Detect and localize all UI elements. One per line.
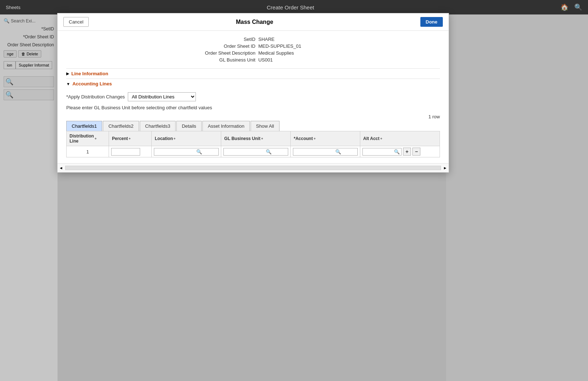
apply-dist-label: *Apply Distribution Changes <box>66 94 125 100</box>
warning-message: Please enter GL Business Unit before sel… <box>66 105 440 110</box>
apply-distribution-row: *Apply Distribution Changes All Distribu… <box>66 92 440 101</box>
cell-percent <box>109 146 152 157</box>
alt-acct-cell-wrap: 🔍 + − <box>362 148 437 156</box>
col-dist-line: DistributionLine ⋄ <box>67 131 109 146</box>
distribution-table: DistributionLine ⋄ Percent ⋄ Location <box>66 131 440 157</box>
modal-body: SetID SHARE Order Sheet ID MED-SUPPLIES_… <box>58 31 449 163</box>
table-header-row: DistributionLine ⋄ Percent ⋄ Location <box>67 131 440 146</box>
location-input[interactable] <box>156 149 196 154</box>
cell-alt-acct: 🔍 + − <box>360 146 440 157</box>
table-header: DistributionLine ⋄ Percent ⋄ Location <box>67 131 440 146</box>
gl-sort-icon[interactable]: ⋄ <box>261 137 263 140</box>
order-sheet-id-value: MED-SUPPLIES_01 <box>258 43 301 49</box>
tab-show-all[interactable]: Show All <box>251 121 280 131</box>
gl-business-unit-label: GL Business Unit <box>205 57 255 63</box>
col-alt-acct-label: Alt Acct <box>363 136 379 141</box>
col-alt-acct: Alt Acct ⋄ <box>360 131 440 146</box>
accounting-lines-title: Accounting Lines <box>72 81 112 86</box>
alt-acct-input-wrap: 🔍 <box>362 148 402 156</box>
account-input-wrap: 🔍 <box>293 148 358 156</box>
location-sort-icon[interactable]: ⋄ <box>173 137 176 140</box>
tab-details[interactable]: Details <box>176 121 202 131</box>
line-info-section-header[interactable]: ▶ Line Information <box>66 68 440 79</box>
tab-asset-information[interactable]: Asset Information <box>202 121 250 131</box>
cell-location: 🔍 <box>152 146 221 157</box>
col-gl-business-unit: GL Business Unit ⋄ <box>221 131 291 146</box>
setid-value: SHARE <box>258 37 301 42</box>
col-location: Location ⋄ <box>152 131 221 146</box>
alt-acct-search-btn[interactable]: 🔍 <box>394 149 400 154</box>
tab-chartfields3[interactable]: Chartfields3 <box>140 121 176 131</box>
col-dist-line-label: DistributionLine <box>70 134 94 144</box>
order-sheet-desc-label: Order Sheet Description <box>205 50 255 56</box>
alt-acct-sort-icon[interactable]: ⋄ <box>380 137 382 140</box>
remove-row-button[interactable]: − <box>412 148 420 156</box>
table-row: 1 🔍 🔍 <box>67 146 440 157</box>
info-grid: SetID SHARE Order Sheet ID MED-SUPPLIES_… <box>66 37 440 63</box>
tab-chartfields1[interactable]: Chartfields1 <box>66 121 102 131</box>
tabs-container: Chartfields1 Chartfields2 Chartfields3 D… <box>66 121 440 131</box>
order-sheet-id-label: Order Sheet ID <box>205 43 255 49</box>
col-location-label: Location <box>155 136 173 141</box>
col-gl-label: GL Business Unit <box>224 136 260 141</box>
line-info-arrow-icon: ▶ <box>66 71 69 76</box>
accounting-lines-arrow-icon: ▼ <box>66 82 70 86</box>
percent-sort-icon[interactable]: ⋄ <box>129 137 131 140</box>
order-sheet-desc-value: Medical Supplies <box>258 50 301 56</box>
apply-dist-select[interactable]: All Distribution Lines Selected Distribu… <box>128 92 196 101</box>
cell-gl-unit: 🔍 <box>221 146 291 157</box>
col-percent: Percent ⋄ <box>109 131 152 146</box>
row-count-bar: 1 row <box>66 114 440 119</box>
add-row-button[interactable]: + <box>403 148 411 156</box>
scroll-left-btn[interactable]: ◄ <box>58 165 64 171</box>
alt-acct-input[interactable] <box>364 149 393 154</box>
cell-dist-line: 1 <box>67 146 109 157</box>
accounting-lines-section-header[interactable]: ▼ Accounting Lines <box>66 79 440 89</box>
done-button[interactable]: Done <box>420 17 443 27</box>
gl-business-unit-value: US001 <box>258 57 301 63</box>
line-info-title: Line Information <box>71 71 108 76</box>
mass-change-modal: Cancel Mass Change Done SetID SHARE Orde… <box>57 13 449 173</box>
percent-input[interactable] <box>111 148 140 156</box>
dist-line-sort-icon[interactable]: ⋄ <box>94 137 97 140</box>
col-account: *Account ⋄ <box>291 131 360 146</box>
cell-account: 🔍 <box>291 146 360 157</box>
modal-header: Cancel Mass Change Done <box>58 13 449 31</box>
gl-search-btn[interactable]: 🔍 <box>266 149 272 154</box>
modal-footer: ◄ ► <box>58 163 449 172</box>
location-input-wrap: 🔍 <box>154 148 219 156</box>
gl-unit-input[interactable] <box>225 149 265 154</box>
scrollbar-track[interactable] <box>65 166 441 170</box>
gl-input-wrap: 🔍 <box>223 148 288 156</box>
cancel-button[interactable]: Cancel <box>63 17 89 27</box>
account-search-btn[interactable]: 🔍 <box>335 149 341 154</box>
tab-chartfields2[interactable]: Chartfields2 <box>103 121 139 131</box>
scroll-right-btn[interactable]: ► <box>442 165 449 171</box>
setid-label: SetID <box>205 37 255 42</box>
add-remove-buttons: + − <box>403 148 420 156</box>
modal-title: Mass Change <box>89 19 420 25</box>
account-input[interactable] <box>295 149 335 154</box>
account-sort-icon[interactable]: ⋄ <box>314 137 316 140</box>
table-body: 1 🔍 🔍 <box>67 146 440 157</box>
col-percent-label: Percent <box>112 136 128 141</box>
col-account-label: *Account <box>294 136 313 141</box>
row-count: 1 row <box>428 114 440 119</box>
location-search-btn[interactable]: 🔍 <box>196 149 202 154</box>
